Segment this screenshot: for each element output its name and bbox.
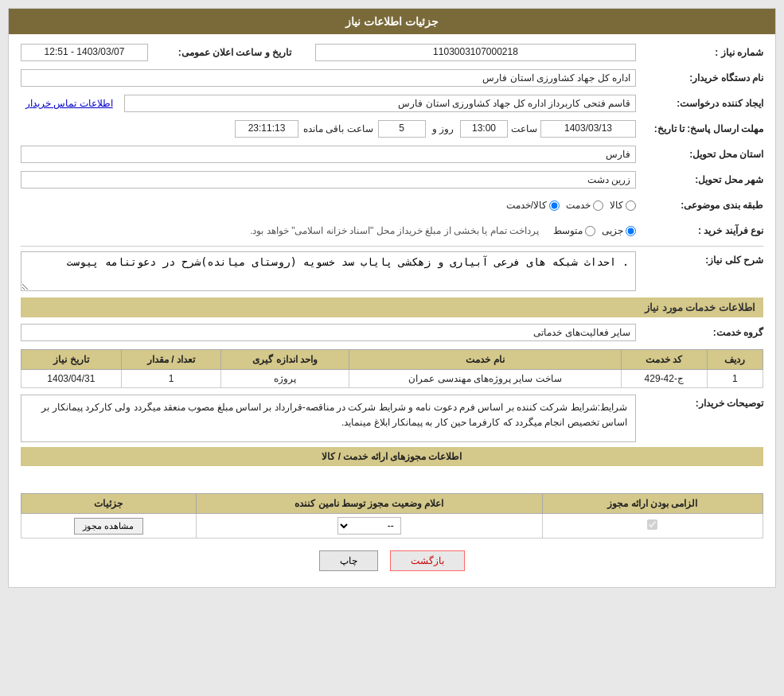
tariff-radio-group: کالا خدمت کالا/خدمت [21,200,636,211]
navoe-radio-group: جزیی متوسط پرداخت تمام یا بخشی از مبلغ خ… [21,225,636,236]
tabaqe-label: طبقه بندی موضوعی: [636,200,763,211]
col-tedad: تعداد / مقدار [121,350,221,370]
ijad-konande-value: قاسم فتحی کاربرداز اداره کل جهاد کشاورزی… [124,95,636,112]
mojavez-header: اطلاعات مجوزهای ارائه خدمت / کالا [21,447,763,466]
mohlat-date: 1403/03/13 [540,120,636,138]
joziyat-cell: مشاهده مجوز [21,514,197,539]
tarikh-saat-value: 1403/03/07 - 12:51 [21,44,148,61]
ostan-value: فارس [21,146,636,163]
table-row: 1ج-42-429ساخت سایر پروژه‌های مهندسی عمرا… [21,370,763,388]
mojavez-table-section: الزامی بودن ارائه مجوز اعلام وضعیت مجوز … [21,493,763,539]
col-joziyat: جزئیات [21,494,197,514]
nam-dastgah-label: نام دستگاه خریدار: [636,72,763,84]
col-ealam: اعلام وضعیت مجوز توسط نامین کننده [196,494,542,514]
bottom-buttons: بازگشت چاپ [21,550,763,571]
radio-khadamat-label: خدمت [566,200,591,211]
radio-jozi-label: جزیی [602,225,623,236]
radio-kala-label: کالا [610,200,623,211]
cell-kod: ج-42-429 [621,370,707,388]
print-button[interactable]: چاپ [319,550,378,571]
cell-tedad: 1 [121,370,221,388]
radio-kala-khadamat-input[interactable] [549,200,560,211]
cell-tarikh: 1403/04/31 [21,370,122,388]
radio-kala[interactable]: کالا [610,200,636,211]
khadamat-header: اطلاعات خدمات مورد نیاز [21,297,763,317]
mohlat-label: مهلت ارسال پاسخ: تا تاریخ: [636,123,763,134]
ostan-label: استان محل تحویل: [636,149,763,160]
radio-kala-khadamat[interactable]: کالا/خدمت [506,200,560,211]
ijad-konande-label: ایجاد کننده درخواست: [636,98,763,109]
col-vahed: واحد اندازه گیری [221,350,349,370]
navoe-label: نوع فرآیند خرید : [636,225,763,236]
cell-vahed: پروژه [221,370,349,388]
contact-link[interactable]: اطلاعات تماس خریدار [21,95,118,111]
cell-radif: 1 [707,370,763,388]
radio-khadamat[interactable]: خدمت [566,200,603,211]
ealam-select[interactable]: -- [337,517,401,535]
baqi-label: ساعت باقی مانده [303,123,373,134]
mohlat-saat: 13:00 [460,120,508,138]
goroh-value: سایر فعالیت‌های خدماتی [21,324,636,341]
saat-label: ساعت [511,123,537,134]
tarikh-saat-label: تاریخ و ساعت اعلان عمومی: [148,47,291,58]
shahr-label: شهر محل تحویل: [636,174,763,185]
services-table-section: ردیف کد خدمت نام خدمت واحد اندازه گیری ت… [21,349,763,388]
shomara-niaz-label: شماره نیاز : [636,47,763,58]
radio-mottavaset-label: متوسط [553,225,583,236]
radio-mottavaset-input[interactable] [585,226,595,236]
navoe-note: پرداخت تمام یا بخشی از مبلغ خریداز محل "… [250,225,539,236]
mojavez-table: الزامی بودن ارائه مجوز اعلام وضعیت مجوز … [21,493,763,539]
cell-nam: ساخت سایر پروژه‌های مهندسی عمران [349,370,621,388]
ealam-cell: -- [196,514,542,539]
goroh-label: گروه خدمت: [636,327,763,338]
page-title: جزئیات اطلاعات نیاز [9,9,775,34]
radio-jozi[interactable]: جزیی [602,225,636,236]
col-tarikh: تاریخ نیاز [21,350,122,370]
radio-mottavaset[interactable]: متوسط [553,225,595,236]
col-elzami: الزامی بودن ارائه مجوز [542,494,763,514]
mohlat-rooz: 5 [378,120,426,138]
col-nam: نام خدمت [349,350,621,370]
divider1 [21,246,763,247]
mojavez-row: -- مشاهده مجوز [21,514,763,539]
services-table: ردیف کد خدمت نام خدمت واحد اندازه گیری ت… [21,349,763,388]
toseeh-value: شرایط:شرایط شرکت کننده بر اساس فرم دعوت … [21,395,636,442]
radio-khadamat-input[interactable] [593,200,603,211]
sharh-label: شرح کلی نیاز: [636,255,763,266]
elzami-cell [542,514,763,539]
radio-kala-khadamat-label: کالا/خدمت [506,200,547,211]
toseeh-label: توصیحات خریدار: [636,398,763,409]
elzami-checkbox[interactable] [647,519,657,530]
col-radif: ردیف [707,350,763,370]
view-mojavez-button[interactable]: مشاهده مجوز [74,518,142,535]
rooz-label: روز و [432,123,454,134]
radio-kala-input[interactable] [626,200,636,211]
nam-dastgah-value: اداره کل جهاد کشاورزی استان فارس [21,69,636,87]
mohlat-baqi: 23:11:13 [235,120,298,138]
sharh-textarea[interactable]: . احداث شبکه های فرعی آبیاری و زهکشی پای… [21,251,636,291]
shahr-value: زرین دشت [21,171,636,189]
radio-jozi-input[interactable] [626,226,636,236]
col-kod: کد خدمت [621,350,707,370]
back-button[interactable]: بازگشت [390,550,465,571]
shomara-niaz-value: 1103003107000218 [315,44,636,61]
